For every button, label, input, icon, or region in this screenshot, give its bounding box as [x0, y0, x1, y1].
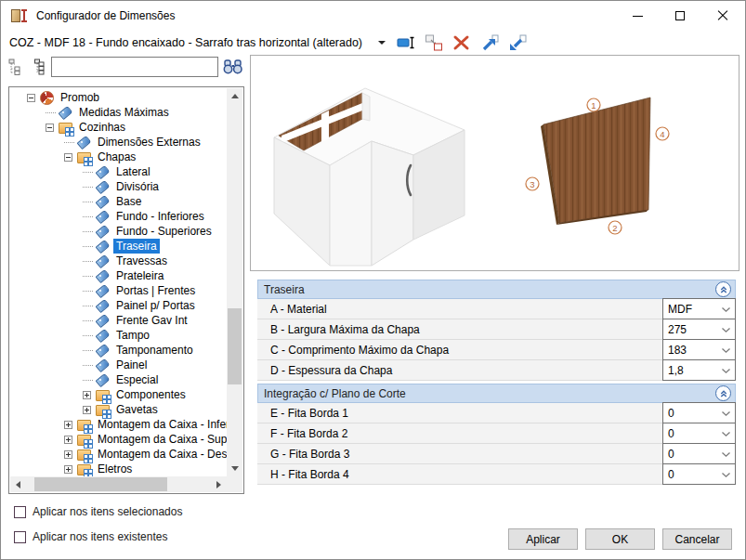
checkbox-aplicar-nos-itens-selecionados[interactable]: Aplicar nos itens selecionados [14, 503, 246, 520]
tree-item-painel[interactable]: Painel [10, 358, 227, 372]
collapse-section-button[interactable] [715, 281, 731, 297]
tree-item-componentes[interactable]: Componentes [10, 387, 227, 402]
tree-item-divis-ria[interactable]: Divisória [10, 179, 227, 194]
preview-box: 1 2 3 4 [250, 55, 739, 271]
tree-item-promob[interactable]: Promob [10, 90, 227, 105]
tree-item-fundo-superiores[interactable]: Fundo - Superiores [10, 224, 227, 239]
collapse-expander-icon[interactable] [64, 153, 72, 162]
property-value: 1,8 [668, 364, 684, 377]
tree-item-montagem-da-caixa-superio[interactable]: Montagem da Caixa - Superio [10, 432, 227, 447]
property-value-dropdown[interactable]: 0 [662, 402, 736, 423]
delete-scheme-button[interactable] [452, 33, 472, 52]
tree-item-label: Dimensões Externas [95, 135, 203, 150]
expand-expander-icon[interactable] [64, 421, 72, 429]
expand-expander-icon[interactable] [64, 465, 72, 474]
expand-expander-icon[interactable] [64, 450, 72, 459]
tree-item-label: Portas | Frentes [113, 283, 198, 298]
tree-item-medidas-m-ximas[interactable]: Medidas Máximas [10, 105, 227, 120]
checkbox-box[interactable] [14, 531, 26, 543]
section-traseira: TraseiraA - MaterialMDFB - Largura Máxim… [257, 280, 736, 381]
property-row-c-comprimento-m-ximo-da-chapa: C - Comprimento Máximo da Chapa183 [257, 340, 736, 360]
collapse-expander-icon[interactable] [46, 124, 54, 132]
section-title: Integração c/ Plano de Corte [264, 387, 406, 400]
tree-item-tampo[interactable]: Tampo [10, 328, 227, 343]
rename-scheme-button[interactable] [396, 33, 416, 52]
tree-vertical-scrollbar[interactable] [227, 88, 242, 476]
tree-item-label: Tampo [113, 328, 152, 343]
tree-item-eletros[interactable]: Eletros [10, 462, 227, 476]
tree-item-base[interactable]: Base [10, 194, 227, 209]
tree-item-frente-gav-int[interactable]: Frente Gav Int [10, 313, 227, 328]
aplicar-button[interactable]: Aplicar [508, 528, 578, 550]
property-label: E - Fita Borda 1 [257, 407, 348, 420]
chevron-down-icon [721, 410, 731, 417]
property-value: MDF [668, 303, 692, 316]
tree-item-portas-frentes[interactable]: Portas | Frentes [10, 283, 227, 298]
duplicate-scheme-button[interactable] [424, 33, 444, 52]
property-value-dropdown[interactable]: 1,8 [662, 359, 736, 381]
tree-item-lateral[interactable]: Lateral [10, 164, 227, 179]
scroll-down-button[interactable] [227, 461, 242, 476]
minimize-button[interactable] [616, 2, 659, 30]
tree-item-montagem-da-caixa-inferior[interactable]: Montagem da Caixa - Inferior [10, 417, 227, 432]
property-value-dropdown[interactable]: 0 [662, 423, 736, 444]
close-button[interactable] [701, 2, 744, 30]
cancelar-button[interactable]: Cancelar [662, 528, 732, 550]
tree-connector [83, 272, 91, 280]
section-header[interactable]: Traseira [257, 280, 736, 299]
scroll-up-button[interactable] [227, 88, 242, 104]
binoculars-search-icon[interactable] [222, 58, 244, 76]
checkbox-box[interactable] [14, 506, 26, 518]
tree-item-travessas[interactable]: Travessas [10, 254, 227, 268]
chevron-down-icon [721, 347, 731, 354]
tree-item-chapas[interactable]: Chapas [10, 150, 227, 164]
expand-expander-icon[interactable] [83, 406, 91, 414]
property-value-dropdown[interactable]: 0 [662, 443, 736, 464]
collapse-tree-icon[interactable] [8, 59, 24, 75]
tree-item-label: Montagem da Caixa - Superio [95, 432, 227, 447]
collapse-section-button[interactable] [715, 385, 731, 401]
tree-item-dimens-es-externas[interactable]: Dimensões Externas [10, 135, 227, 150]
tree-search-input[interactable] [51, 57, 218, 77]
tree-item-label: Divisória [113, 179, 162, 194]
tree-item-prateleira[interactable]: Prateleira [10, 268, 227, 283]
tree-item-traseira[interactable]: Traseira [10, 239, 227, 254]
property-value-dropdown[interactable]: 275 [662, 319, 736, 340]
tree-item-fundo-inferiores[interactable]: Fundo - Inferiores [10, 209, 227, 224]
scroll-left-button[interactable] [10, 476, 26, 492]
tag-icon [59, 106, 72, 119]
tree-item-gavetas[interactable]: Gavetas [10, 402, 227, 417]
checkbox-aplicar-nos-itens-existentes[interactable]: Aplicar nos itens existentes [14, 528, 246, 545]
import-scheme-button[interactable] [507, 33, 528, 52]
export-icon [480, 34, 499, 51]
collapse-expander-icon[interactable] [27, 94, 35, 102]
tree-horizontal-scrollbar[interactable] [10, 476, 227, 492]
scroll-right-button[interactable] [211, 476, 227, 492]
scheme-dropdown-button[interactable] [375, 35, 388, 50]
tree-item-label: Especial [113, 372, 161, 387]
tag-icon [96, 254, 110, 267]
tag-icon [96, 225, 110, 238]
property-value-dropdown[interactable]: MDF [662, 298, 736, 319]
maximize-button[interactable] [659, 2, 701, 30]
vertical-scroll-thumb[interactable] [228, 308, 242, 384]
property-value-dropdown[interactable]: 183 [662, 339, 736, 360]
expand-expander-icon[interactable] [64, 436, 72, 444]
delete-icon [452, 34, 471, 51]
tree-item-label: Tamponamento [113, 343, 196, 358]
tree-item-tamponamento[interactable]: Tamponamento [10, 343, 227, 358]
property-row-b-largura-m-xima-da-chapa: B - Largura Máxima da Chapa275 [257, 319, 736, 340]
expand-expander-icon[interactable] [83, 391, 91, 399]
tree-item-cozinhas[interactable]: Cozinhas [10, 120, 227, 135]
tree-item-montagem-da-caixa-despen[interactable]: Montagem da Caixa - Despen [10, 447, 227, 462]
horizontal-scroll-thumb[interactable] [34, 477, 167, 491]
section-header[interactable]: Integração c/ Plano de Corte [257, 384, 736, 403]
ok-button[interactable]: OK [585, 528, 655, 550]
tree-connector [83, 257, 91, 266]
expand-tree-icon[interactable] [30, 59, 46, 75]
property-value-dropdown[interactable]: 0 [662, 463, 736, 485]
export-scheme-button[interactable] [479, 33, 500, 52]
tree-item-painel-p-portas[interactable]: Painel p/ Portas [10, 298, 227, 313]
maximize-icon [675, 11, 685, 20]
tree-item-especial[interactable]: Especial [10, 372, 227, 387]
